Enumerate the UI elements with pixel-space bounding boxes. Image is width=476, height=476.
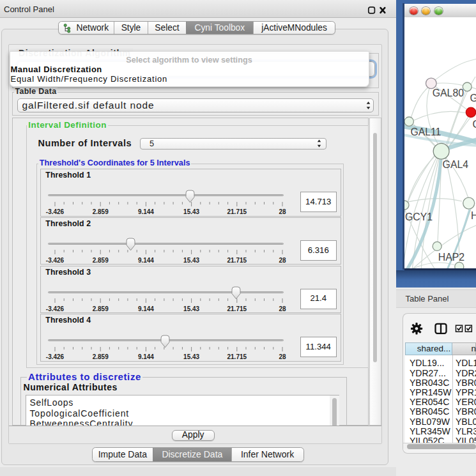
svg-text:GAL80: GAL80 bbox=[433, 88, 464, 98]
svg-text:GAL11: GAL11 bbox=[410, 127, 441, 137]
svg-text:C: C bbox=[473, 119, 476, 130]
svg-text:HI: HI bbox=[471, 210, 476, 221]
svg-text:GAL4: GAL4 bbox=[443, 159, 469, 170]
svg-text:GCY1: GCY1 bbox=[405, 211, 433, 222]
svg-text:GA: GA bbox=[470, 93, 476, 104]
svg-text:HAP2: HAP2 bbox=[438, 252, 464, 263]
